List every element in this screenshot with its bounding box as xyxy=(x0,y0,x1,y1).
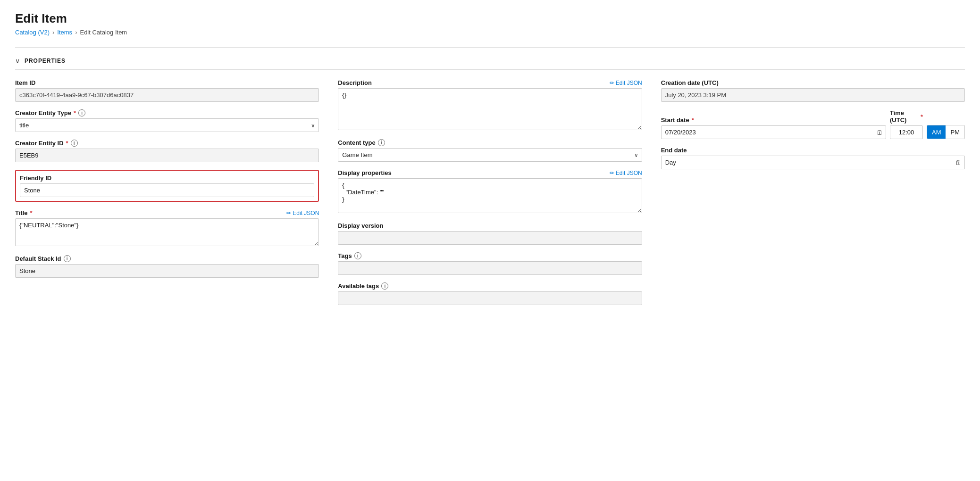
title-edit-json-link[interactable]: ✏ Edit JSON xyxy=(286,210,319,216)
content-type-select-wrapper: Game Item Bundle Container ∨ xyxy=(338,148,642,162)
start-date-input-wrapper: 🗓 xyxy=(661,125,886,139)
title-textarea[interactable]: {"NEUTRAL":"Stone"} xyxy=(15,218,319,246)
description-textarea[interactable]: {} xyxy=(338,88,642,130)
content-type-info-icon[interactable]: i xyxy=(378,139,385,146)
time-label: Time (UTC) * xyxy=(890,109,923,124)
content-type-select[interactable]: Game Item Bundle Container xyxy=(338,148,642,162)
start-date-field-group: Start date * 🗓 Time (UTC) * xyxy=(661,109,965,139)
available-tags-info-icon[interactable]: i xyxy=(381,282,388,290)
available-tags-field-group: Available tags i xyxy=(338,282,642,305)
tags-info-icon[interactable]: i xyxy=(354,252,361,259)
tags-label: Tags i xyxy=(338,252,642,259)
required-star-3: * xyxy=(30,209,33,216)
form-col-3: Creation date (UTC) Start date * 🗓 xyxy=(661,79,965,313)
display-properties-edit-json-link[interactable]: ✏ Edit JSON xyxy=(610,170,642,176)
creator-entity-id-input[interactable] xyxy=(15,149,319,162)
description-field-group: Description ✏ Edit JSON {} xyxy=(338,79,642,132)
tags-field-group: Tags i xyxy=(338,252,642,275)
display-version-field-group: Display version xyxy=(338,222,642,245)
creation-date-field-group: Creation date (UTC) xyxy=(661,79,965,102)
creator-entity-type-info-icon[interactable]: i xyxy=(78,109,85,116)
start-date-input[interactable] xyxy=(661,125,886,139)
breadcrumb-catalog[interactable]: Catalog (V2) xyxy=(15,29,50,36)
item-id-field-group: Item ID xyxy=(15,79,319,102)
creator-entity-id-label: Creator Entity ID * i xyxy=(15,140,319,147)
breadcrumb-sep-2: › xyxy=(75,29,77,36)
default-stack-id-info-icon[interactable]: i xyxy=(64,255,71,262)
am-pm-group: AM PM xyxy=(927,125,965,139)
creation-date-label: Creation date (UTC) xyxy=(661,79,965,86)
description-edit-json-link[interactable]: ✏ Edit JSON xyxy=(610,80,642,86)
creator-entity-type-label: Creator Entity Type * i xyxy=(15,109,319,116)
friendly-id-label: Friendly ID xyxy=(20,174,314,182)
title-label: Title * ✏ Edit JSON xyxy=(15,209,319,216)
available-tags-input[interactable] xyxy=(338,291,642,305)
properties-section: ∨ PROPERTIES Item ID Creator Entity Type… xyxy=(15,57,965,313)
description-label: Description ✏ Edit JSON xyxy=(338,79,642,86)
pm-button[interactable]: PM xyxy=(946,125,964,139)
display-properties-field-group: Display properties ✏ Edit JSON { "DateTi… xyxy=(338,169,642,215)
end-date-field-group: End date 🗓 xyxy=(661,147,965,169)
page-title: Edit Item xyxy=(15,11,965,26)
time-input[interactable] xyxy=(890,125,923,139)
end-date-input-wrapper: 🗓 xyxy=(661,156,965,169)
creation-date-input xyxy=(661,88,965,102)
required-star-4: * xyxy=(692,116,694,124)
tags-input[interactable] xyxy=(338,261,642,275)
breadcrumb-current: Edit Catalog Item xyxy=(80,29,127,36)
required-star-5: * xyxy=(921,113,923,120)
end-date-label: End date xyxy=(661,147,965,154)
am-pm-wrapper: AM PM xyxy=(927,116,965,139)
friendly-id-highlighted-wrapper: Friendly ID xyxy=(15,170,319,202)
start-date-time-row: Start date * 🗓 Time (UTC) * xyxy=(661,109,965,139)
creator-entity-id-info-icon[interactable]: i xyxy=(71,140,78,147)
section-title: PROPERTIES xyxy=(25,58,66,64)
creator-entity-type-select[interactable]: title master_player_account namespace xyxy=(15,118,319,132)
breadcrumb: Catalog (V2) › Items › Edit Catalog Item xyxy=(15,29,965,36)
page-divider xyxy=(15,47,965,48)
form-grid: Item ID Creator Entity Type * i title ma… xyxy=(15,79,965,313)
breadcrumb-sep-1: › xyxy=(52,29,54,36)
creator-entity-id-field-group: Creator Entity ID * i xyxy=(15,140,319,162)
default-stack-id-label: Default Stack Id i xyxy=(15,255,319,262)
content-type-label: Content type i xyxy=(338,139,642,146)
display-properties-textarea[interactable]: { "DateTime": "" } xyxy=(338,178,642,213)
default-stack-id-input[interactable] xyxy=(15,264,319,278)
pencil-icon-2: ✏ xyxy=(610,80,614,86)
time-col: Time (UTC) * xyxy=(890,109,923,139)
creator-entity-type-field-group: Creator Entity Type * i title master_pla… xyxy=(15,109,319,132)
creator-entity-type-select-wrapper: title master_player_account namespace ∨ xyxy=(15,118,319,132)
required-star-2: * xyxy=(66,140,68,147)
available-tags-label: Available tags i xyxy=(338,282,642,290)
pencil-icon-3: ✏ xyxy=(610,170,614,176)
collapse-icon[interactable]: ∨ xyxy=(15,57,20,65)
breadcrumb-items[interactable]: Items xyxy=(57,29,72,36)
start-date-label: Start date * xyxy=(661,116,886,124)
default-stack-id-field-group: Default Stack Id i xyxy=(15,255,319,278)
display-version-input[interactable] xyxy=(338,231,642,245)
start-date-col: Start date * 🗓 xyxy=(661,116,886,139)
am-button[interactable]: AM xyxy=(927,125,946,139)
content-type-field-group: Content type i Game Item Bundle Containe… xyxy=(338,139,642,162)
end-date-input[interactable] xyxy=(661,156,965,169)
required-star: * xyxy=(74,109,76,116)
display-version-label: Display version xyxy=(338,222,642,229)
item-id-input xyxy=(15,88,319,102)
item-id-label: Item ID xyxy=(15,79,319,86)
properties-section-header: ∨ PROPERTIES xyxy=(15,57,965,70)
friendly-id-input[interactable] xyxy=(20,183,314,197)
form-col-2: Description ✏ Edit JSON {} Content type … xyxy=(338,79,642,313)
display-properties-label: Display properties ✏ Edit JSON xyxy=(338,169,642,176)
title-field-group: Title * ✏ Edit JSON {"NEUTRAL":"Stone"} xyxy=(15,209,319,248)
pencil-icon: ✏ xyxy=(286,210,291,216)
form-col-1: Item ID Creator Entity Type * i title ma… xyxy=(15,79,319,313)
